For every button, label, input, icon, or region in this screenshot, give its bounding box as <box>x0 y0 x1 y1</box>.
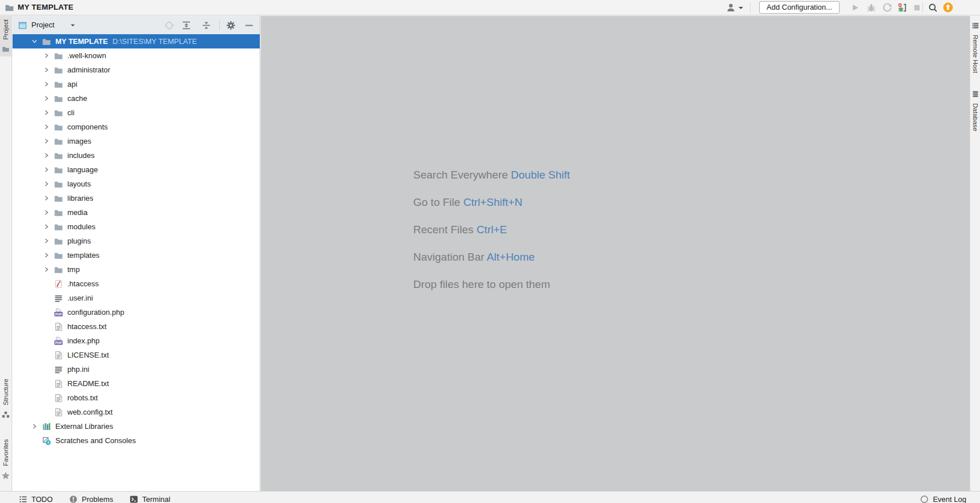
tree-row-scratches-and-consoles[interactable]: Scratches and Consoles <box>13 433 260 448</box>
tree-row-plugins[interactable]: plugins <box>13 234 260 248</box>
tree-row-external-libraries[interactable]: External Libraries <box>13 419 260 433</box>
terminal-button[interactable]: Terminal <box>130 495 170 503</box>
tree-row-readme-txt[interactable]: README.txt <box>13 376 260 391</box>
chevron-closed-icon[interactable] <box>42 94 51 103</box>
hint-shortcut: Ctrl+Shift+N <box>463 196 522 208</box>
tree-item-label: Scratches and Consoles <box>55 436 136 445</box>
user-account-icon[interactable] <box>726 3 736 13</box>
folder-icon <box>54 251 63 260</box>
tree-row-images[interactable]: images <box>13 134 260 148</box>
tree-row-administrator[interactable]: administrator <box>13 63 260 77</box>
problems-button[interactable]: Problems <box>69 495 113 503</box>
statusbar-item-label: Problems <box>82 495 113 503</box>
stop-icon[interactable] <box>912 3 922 13</box>
chevron-closed-icon[interactable] <box>42 165 51 175</box>
chevron-closed-icon[interactable] <box>42 51 51 60</box>
tree-row-layouts[interactable]: layouts <box>13 177 260 191</box>
tree-row-my-template[interactable]: MY TEMPLATED:\SITES\MY TEMPLATE <box>13 34 260 48</box>
add-configuration-button[interactable]: Add Configuration... <box>759 1 840 14</box>
text-icon <box>54 351 63 360</box>
tree-row-components[interactable]: components <box>13 120 260 134</box>
tree-row-cache[interactable]: cache <box>13 91 260 106</box>
event-log-button[interactable]: Event Log <box>920 492 966 503</box>
chevron-closed-icon[interactable] <box>42 151 51 160</box>
tree-item-label: administrator <box>67 66 110 74</box>
chevron-closed-icon[interactable] <box>42 208 51 217</box>
toolbar-divider <box>750 2 751 13</box>
chevron-closed-icon[interactable] <box>42 180 51 189</box>
ide-update-icon[interactable] <box>943 2 953 13</box>
chevron-closed-icon[interactable] <box>42 80 51 89</box>
tree-row-php-ini[interactable]: php.ini <box>13 362 260 376</box>
todo-button[interactable]: TODO <box>19 495 53 503</box>
php-icon: PHP <box>54 336 63 346</box>
tree-row-templates[interactable]: templates <box>13 248 260 262</box>
tree-row-libraries[interactable]: libraries <box>13 191 260 205</box>
tree-row-user-ini[interactable]: .user.ini <box>13 291 260 305</box>
tree-row-index-php[interactable]: PHPindex.php <box>13 334 260 348</box>
project-folder-icon <box>5 3 14 13</box>
statusbar-item-label: Terminal <box>142 495 170 503</box>
stripe-button-favorites[interactable]: Favorites <box>0 436 11 484</box>
hint-label: Search Everywhere <box>413 169 508 181</box>
chevron-closed-icon[interactable] <box>42 194 51 203</box>
attach-to-process-icon[interactable] <box>897 3 907 13</box>
user-dropdown-caret-icon[interactable] <box>738 6 744 10</box>
locate-file-icon[interactable] <box>164 21 174 30</box>
tree-row-tmp[interactable]: tmp <box>13 262 260 277</box>
run-with-coverage-icon[interactable] <box>882 3 892 13</box>
statusbar: TODOProblemsTerminal Event Log <box>0 491 980 503</box>
stripe-button-project[interactable]: Project <box>0 16 11 56</box>
chevron-closed-icon[interactable] <box>42 265 51 274</box>
folder-icon <box>54 194 63 203</box>
tree-row-modules[interactable]: modules <box>13 220 260 234</box>
debug-icon[interactable] <box>866 3 876 13</box>
search-everywhere-icon[interactable] <box>928 3 938 13</box>
folder-icon <box>54 80 63 89</box>
chevron-closed-icon[interactable] <box>42 108 51 117</box>
stripe-button-structure[interactable]: Structure <box>0 375 11 422</box>
tree-row-cli[interactable]: cli <box>13 106 260 120</box>
chevron-spacer <box>42 336 51 346</box>
statusbar-item-label: TODO <box>31 495 53 503</box>
chevron-closed-icon[interactable] <box>42 123 51 132</box>
folder-icon <box>54 108 63 117</box>
folder-icon <box>54 237 63 246</box>
settings-gear-icon[interactable] <box>226 21 236 30</box>
titlebar: MY TEMPLATE Add Configuration... <box>0 0 980 15</box>
view-selector[interactable]: Project <box>31 16 54 34</box>
chevron-open-icon[interactable] <box>30 37 39 46</box>
chevron-closed-icon[interactable] <box>30 422 39 431</box>
tree-row-license-txt[interactable]: LICENSE.txt <box>13 348 260 362</box>
hint-label: Recent Files <box>413 224 474 236</box>
collapse-all-icon[interactable] <box>201 21 211 30</box>
tree-row-configuration-php[interactable]: PHPconfiguration.php <box>13 305 260 319</box>
chevron-spacer <box>42 322 51 331</box>
hint-go-to-file: Go to File Ctrl+Shift+N <box>413 196 570 209</box>
stripe-button-remote-host[interactable]: Remote Host <box>970 18 980 76</box>
chevron-closed-icon[interactable] <box>42 237 51 246</box>
chevron-closed-icon[interactable] <box>42 66 51 75</box>
chevron-closed-icon[interactable] <box>42 222 51 232</box>
ini-icon <box>54 365 63 374</box>
expand-all-icon[interactable] <box>182 21 191 30</box>
run-icon[interactable] <box>850 3 860 13</box>
tree-row-robots-txt[interactable]: robots.txt <box>13 391 260 405</box>
editor-empty-area: Search Everywhere Double ShiftGo to File… <box>261 16 970 491</box>
stripe-button-database[interactable]: Database <box>970 87 980 135</box>
tree-row-web-config-txt[interactable]: web.config.txt <box>13 405 260 419</box>
php-icon: PHP <box>54 308 63 317</box>
chevron-closed-icon[interactable] <box>42 137 51 146</box>
chevron-closed-icon[interactable] <box>42 251 51 260</box>
tree-row-language[interactable]: language <box>13 163 260 177</box>
hide-panel-icon[interactable] <box>244 21 254 30</box>
tree-item-label: php.ini <box>67 365 89 374</box>
tree-row-media[interactable]: media <box>13 205 260 220</box>
tree-row-api[interactable]: api <box>13 77 260 91</box>
tree-row-htaccess-txt[interactable]: htaccess.txt <box>13 319 260 334</box>
tree-row-htaccess[interactable]: .htaccess <box>13 277 260 291</box>
tree-row-includes[interactable]: includes <box>13 148 260 163</box>
view-selector-caret-icon[interactable] <box>70 23 75 27</box>
folder-icon <box>54 66 63 75</box>
tree-row-well-known[interactable]: .well-known <box>13 48 260 63</box>
